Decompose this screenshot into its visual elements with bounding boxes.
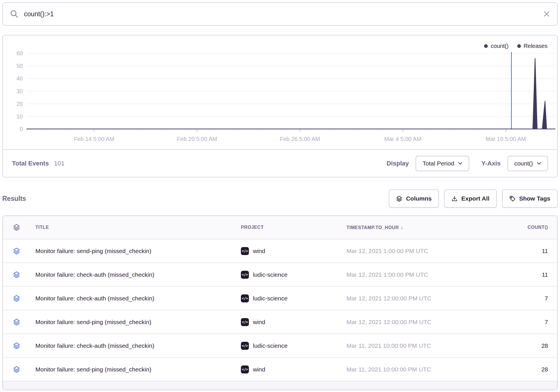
project-cell[interactable]: </> wind — [241, 318, 347, 326]
column-header-count[interactable]: COUNT() — [489, 225, 548, 230]
stacked-events-icon[interactable] — [13, 248, 20, 254]
search-input[interactable] — [23, 10, 543, 18]
project-cell[interactable]: </> ludic-science — [241, 342, 347, 350]
table-row[interactable]: Monitor failure: send-ping (missed_check… — [3, 239, 557, 263]
table-row[interactable]: Monitor failure: check-auth (missed_chec… — [3, 287, 557, 310]
svg-text:0: 0 — [20, 126, 23, 132]
table-row[interactable]: Monitor failure: send-ping (missed_check… — [3, 358, 557, 381]
event-title[interactable]: Monitor failure: send-ping (missed_check… — [35, 366, 241, 373]
chart-legend: count() Releases — [484, 43, 547, 49]
svg-text:30: 30 — [17, 88, 23, 94]
stacked-events-icon[interactable] — [13, 271, 20, 278]
stacked-events-icon[interactable] — [13, 319, 20, 326]
event-title[interactable]: Monitor failure: send-ping (missed_check… — [35, 319, 241, 326]
event-count: 28 — [489, 342, 548, 349]
total-events-value: 101 — [54, 160, 65, 167]
display-select[interactable]: Total Period — [416, 156, 469, 171]
project-cell[interactable]: </> ludic-science — [241, 294, 347, 302]
export-all-button-label: Export All — [461, 195, 489, 202]
results-table: TITLE PROJECT TIMESTAMP.TO_HOUR↓ COUNT()… — [2, 215, 558, 390]
count-series — [27, 58, 555, 129]
event-count: 7 — [489, 319, 548, 326]
svg-text:Feb 20 5:00 AM: Feb 20 5:00 AM — [177, 136, 217, 142]
table-row[interactable]: Monitor failure: check-auth (missed_chec… — [3, 334, 557, 358]
svg-text:60: 60 — [17, 50, 23, 56]
project-platform-icon: </> — [241, 294, 249, 302]
stacked-events-icon[interactable] — [13, 342, 20, 349]
yaxis-select[interactable]: count() — [507, 156, 548, 171]
close-icon[interactable] — [543, 11, 550, 17]
display-select-value: Total Period — [422, 160, 454, 167]
yaxis-select-value: count() — [514, 160, 533, 167]
table-row[interactable]: Monitor failure: send-ping (missed_check… — [3, 310, 557, 334]
project-name: wind — [253, 248, 265, 254]
legend-label: count() — [491, 43, 508, 49]
project-name: ludic-science — [253, 295, 287, 302]
event-timestamp: Mar 12, 2021 12:00:00 PM UTC — [347, 319, 489, 326]
legend-item-releases[interactable]: Releases — [517, 43, 547, 49]
project-platform-icon: </> — [241, 271, 249, 279]
events-timeseries-chart[interactable]: 0102030405060Feb 14 5:00 AMFeb 20 5:00 A… — [3, 35, 557, 150]
svg-text:50: 50 — [17, 63, 23, 69]
svg-text:Feb 26 5:00 AM: Feb 26 5:00 AM — [280, 136, 320, 142]
event-title[interactable]: Monitor failure: check-auth (missed_chec… — [35, 271, 241, 278]
column-header-timestamp-label: TIMESTAMP.TO_HOUR — [347, 225, 399, 230]
table-row[interactable]: Monitor failure: check-auth (missed_chec… — [3, 263, 557, 287]
project-platform-icon: </> — [241, 342, 249, 350]
results-bar: Results Columns Export All Show Tags — [2, 188, 558, 209]
event-title[interactable]: Monitor failure: check-auth (missed_chec… — [35, 295, 241, 302]
event-timestamp: Mar 12, 2021 1:00:00 PM UTC — [347, 248, 489, 254]
legend-label: Releases — [524, 43, 547, 49]
legend-item-count[interactable]: count() — [484, 43, 508, 49]
project-platform-icon: </> — [241, 365, 249, 373]
svg-text:Mar 10 5:00 AM: Mar 10 5:00 AM — [486, 136, 526, 142]
chart-footer: Total Events 101 Display Total Period Y-… — [3, 149, 557, 177]
events-chart-panel: count() Releases 0102030405060Feb 14 5:0… — [2, 35, 558, 177]
project-name: ludic-science — [253, 342, 287, 349]
display-label: Display — [386, 160, 409, 167]
stacked-events-icon[interactable] — [13, 295, 20, 302]
total-events-label: Total Events — [12, 160, 49, 167]
project-platform-icon: </> — [241, 318, 249, 326]
event-count: 11 — [489, 271, 548, 278]
stack-icon — [13, 224, 20, 231]
column-header-title[interactable]: TITLE — [35, 225, 241, 230]
event-timestamp: Mar 12, 2021 1:00:00 PM UTC — [347, 271, 489, 278]
legend-dot-icon — [484, 44, 488, 48]
table-footer-strip — [3, 381, 557, 390]
show-tags-button[interactable]: Show Tags — [502, 189, 558, 208]
search-bar — [2, 2, 558, 26]
project-cell[interactable]: </> ludic-science — [241, 271, 347, 279]
download-icon — [452, 196, 458, 202]
sort-desc-icon: ↓ — [401, 225, 404, 230]
table-body: Monitor failure: send-ping (missed_check… — [3, 239, 557, 381]
columns-button-label: Columns — [406, 195, 432, 202]
event-title[interactable]: Monitor failure: check-auth (missed_chec… — [35, 342, 241, 349]
export-all-button[interactable]: Export All — [444, 189, 497, 208]
project-cell[interactable]: </> wind — [241, 247, 347, 255]
chevron-down-icon — [537, 162, 541, 165]
columns-button[interactable]: Columns — [389, 189, 439, 208]
stacked-events-icon[interactable] — [13, 366, 20, 373]
search-icon — [10, 10, 18, 18]
project-name: wind — [253, 319, 265, 326]
yaxis-label: Y-Axis — [481, 160, 500, 167]
column-header-timestamp[interactable]: TIMESTAMP.TO_HOUR↓ — [347, 225, 489, 231]
event-count: 11 — [489, 248, 548, 254]
project-name: wind — [253, 366, 265, 373]
event-timestamp: Mar 12, 2021 12:00:00 PM UTC — [347, 295, 489, 302]
event-count: 7 — [489, 295, 548, 302]
project-platform-icon: </> — [241, 247, 249, 255]
event-timestamp: Mar 11, 2021 10:00:00 PM UTC — [347, 342, 489, 349]
layers-icon — [396, 196, 402, 202]
legend-dot-icon — [517, 44, 521, 48]
event-title[interactable]: Monitor failure: send-ping (missed_check… — [35, 248, 241, 254]
results-title: Results — [2, 195, 26, 203]
svg-text:Mar 4 5:00 AM: Mar 4 5:00 AM — [384, 136, 421, 142]
svg-text:20: 20 — [17, 101, 23, 107]
svg-text:Feb 14 5:00 AM: Feb 14 5:00 AM — [74, 136, 114, 142]
column-header-project[interactable]: PROJECT — [241, 225, 347, 230]
svg-text:40: 40 — [17, 75, 23, 82]
svg-text:10: 10 — [17, 113, 23, 120]
project-cell[interactable]: </> wind — [241, 365, 347, 373]
